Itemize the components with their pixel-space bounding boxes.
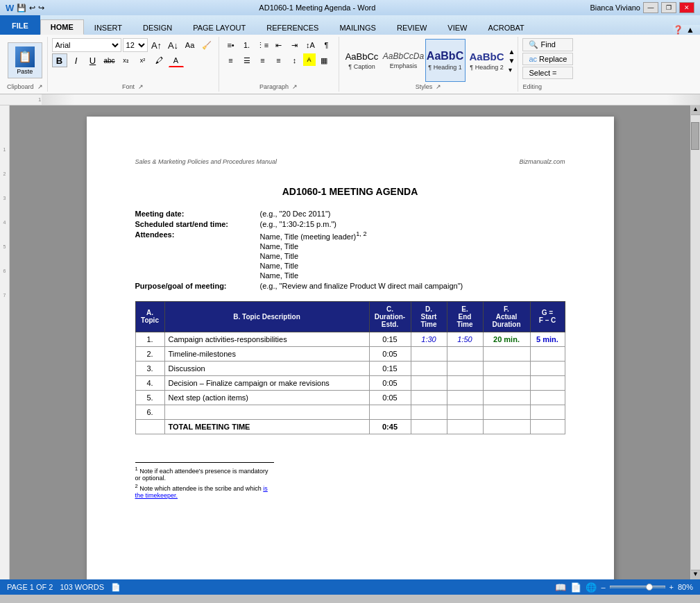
style-caption[interactable]: AaBbCc ¶ Caption bbox=[342, 39, 382, 82]
decrease-indent-button[interactable]: ⇤ bbox=[271, 38, 287, 52]
tab-design[interactable]: DESIGN bbox=[133, 19, 182, 35]
footnote-2: 2 Note which attendee is the scribe and … bbox=[135, 483, 274, 499]
word-count: 103 WORDS bbox=[60, 583, 104, 591]
align-right-button[interactable]: ≡ bbox=[255, 53, 271, 67]
find-button[interactable]: 🔍 Find bbox=[522, 38, 573, 51]
font-grow-icon[interactable]: A↑ bbox=[149, 38, 164, 52]
superscript-button[interactable]: x² bbox=[135, 53, 151, 67]
replace-button[interactable]: ac Replace bbox=[522, 53, 573, 65]
style-emphasis[interactable]: AaBbCcDa Emphasis bbox=[384, 39, 424, 82]
tab-acrobat[interactable]: ACROBAT bbox=[477, 19, 534, 35]
tab-review[interactable]: REVIEW bbox=[386, 19, 437, 35]
styles-expand-button[interactable]: ▾ bbox=[509, 66, 515, 74]
attendee-1: Name, Title (meeting leader)1, 2 bbox=[260, 230, 367, 241]
scroll-up-button[interactable]: ▲ bbox=[691, 105, 700, 115]
scheduled-time-row: Scheduled start/end time: (e.g., "1:30-2… bbox=[135, 220, 565, 228]
zoom-slider[interactable] bbox=[610, 586, 665, 588]
scroll-down-button[interactable]: ▼ bbox=[691, 570, 700, 579]
tab-mailings[interactable]: MAILINGS bbox=[329, 19, 386, 35]
row1-diff: 5 min. bbox=[530, 332, 565, 346]
font-shrink-icon[interactable]: A↓ bbox=[166, 38, 181, 52]
justify-button[interactable]: ≡ bbox=[271, 53, 287, 67]
sort-button[interactable]: ↕A bbox=[303, 38, 318, 52]
user-name: Bianca Viviano bbox=[590, 3, 640, 12]
borders-button[interactable]: ▦ bbox=[316, 53, 332, 67]
strikethrough-button[interactable]: abc bbox=[102, 53, 117, 67]
editing-group: 🔍 Find ac Replace Select = Editing bbox=[518, 37, 577, 92]
table-row: 6. bbox=[135, 405, 565, 419]
attendees-label: Attendees: bbox=[135, 230, 260, 280]
select-button[interactable]: Select = bbox=[522, 67, 573, 79]
help-icon[interactable]: ❓ bbox=[673, 25, 683, 35]
timekeeper-link[interactable]: is the timekeeper. bbox=[135, 485, 268, 499]
line-spacing-button[interactable]: ↕ bbox=[287, 53, 302, 67]
close-button[interactable]: ✕ bbox=[679, 2, 694, 13]
style-heading2[interactable]: AaBbC ¶ Heading 2 bbox=[467, 39, 507, 82]
style-caption-preview: AaBbCc bbox=[345, 51, 379, 62]
zoom-out-button[interactable]: – bbox=[601, 583, 605, 591]
multilevel-button[interactable]: ⋮≡ bbox=[255, 38, 271, 52]
tab-references[interactable]: REFERENCES bbox=[256, 19, 329, 35]
row5-actual bbox=[483, 390, 530, 405]
purpose-row: Purpose/goal of meeting: (e.g., "Review … bbox=[135, 282, 565, 290]
align-center-button[interactable]: ☰ bbox=[239, 53, 255, 67]
meeting-date-label: Meeting date: bbox=[135, 210, 260, 218]
style-heading2-label: ¶ Heading 2 bbox=[470, 64, 503, 71]
document-area[interactable]: Sales & Marketing Policies and Procedure… bbox=[10, 105, 690, 579]
scheduled-time-label: Scheduled start/end time: bbox=[135, 220, 260, 228]
shading-button[interactable]: A bbox=[303, 53, 316, 66]
view-print-icon[interactable]: 📄 bbox=[570, 582, 581, 593]
tab-file[interactable]: FILE bbox=[0, 15, 40, 35]
styles-up-button[interactable]: ▲ bbox=[509, 48, 515, 56]
table-row: 5. Next step (action items) 0:05 bbox=[135, 390, 565, 405]
row4-topic: 4. bbox=[135, 375, 164, 390]
page-header: Sales & Marketing Policies and Procedure… bbox=[135, 158, 565, 165]
paste-button[interactable]: 📋 Paste bbox=[8, 42, 42, 78]
quick-access-undo[interactable]: ↩ bbox=[29, 3, 35, 12]
quick-access-redo[interactable]: ↪ bbox=[38, 3, 44, 12]
font-size-select[interactable]: 12 bbox=[123, 38, 148, 52]
restore-button[interactable]: ❐ bbox=[661, 2, 676, 13]
change-case-icon[interactable]: Aa bbox=[182, 38, 198, 52]
styles-down-button[interactable]: ▼ bbox=[509, 57, 515, 65]
scroll-thumb[interactable] bbox=[691, 122, 699, 150]
minimize-button[interactable]: — bbox=[643, 2, 658, 13]
zoom-thumb[interactable] bbox=[646, 584, 653, 591]
italic-button[interactable]: I bbox=[69, 53, 84, 67]
increase-indent-button[interactable]: ⇥ bbox=[287, 38, 302, 52]
tab-home[interactable]: HOME bbox=[40, 19, 84, 35]
font-name-select[interactable]: Arial bbox=[52, 38, 121, 52]
styles-row: AaBbCc ¶ Caption AaBbCcDa Emphasis AaBbC… bbox=[342, 38, 515, 83]
style-heading1[interactable]: AaBbC ¶ Heading 1 bbox=[425, 39, 466, 82]
purpose-label: Purpose/goal of meeting: bbox=[135, 282, 260, 290]
meeting-date-row: Meeting date: (e.g., "20 Dec 2011") bbox=[135, 210, 565, 218]
subscript-button[interactable]: x₂ bbox=[119, 53, 134, 67]
ribbon-tabs: FILE HOME INSERT DESIGN PAGE LAYOUT REFE… bbox=[0, 15, 700, 35]
tab-insert[interactable]: INSERT bbox=[84, 19, 133, 35]
view-web-icon[interactable]: 🌐 bbox=[586, 582, 597, 593]
style-heading1-preview: AaBbC bbox=[427, 50, 463, 62]
bullets-button[interactable]: ≡• bbox=[223, 38, 239, 52]
status-left: PAGE 1 OF 2 103 WORDS 📄 bbox=[7, 583, 121, 592]
vertical-scrollbar[interactable]: ▲ ▼ bbox=[690, 105, 700, 579]
bold-button[interactable]: B bbox=[52, 53, 67, 67]
editing-group-label: Editing bbox=[522, 83, 573, 90]
align-left-button[interactable]: ≡ bbox=[223, 53, 239, 67]
zoom-in-button[interactable]: + bbox=[669, 583, 674, 591]
row5-start bbox=[411, 390, 447, 405]
tab-view[interactable]: VIEW bbox=[437, 19, 477, 35]
page-count: PAGE 1 OF 2 bbox=[7, 583, 53, 591]
font-color-button[interactable]: A bbox=[169, 53, 184, 67]
underline-button[interactable]: U bbox=[85, 53, 101, 67]
show-para-button[interactable]: ¶ bbox=[319, 38, 334, 52]
text-highlight-button[interactable]: 🖍 bbox=[152, 53, 167, 67]
clear-format-icon[interactable]: 🧹 bbox=[199, 38, 214, 52]
view-read-icon[interactable]: 📖 bbox=[555, 582, 566, 593]
row4-actual bbox=[483, 375, 530, 390]
quick-access-save[interactable]: 💾 bbox=[17, 3, 26, 12]
proofing-icon[interactable]: 📄 bbox=[111, 583, 121, 592]
ribbon-minimize-icon[interactable]: ▲ bbox=[686, 25, 694, 35]
numbering-button[interactable]: 1. bbox=[239, 38, 255, 52]
tab-page-layout[interactable]: PAGE LAYOUT bbox=[182, 19, 256, 35]
clipboard-group-label: Clipboard ↗ bbox=[7, 83, 43, 90]
